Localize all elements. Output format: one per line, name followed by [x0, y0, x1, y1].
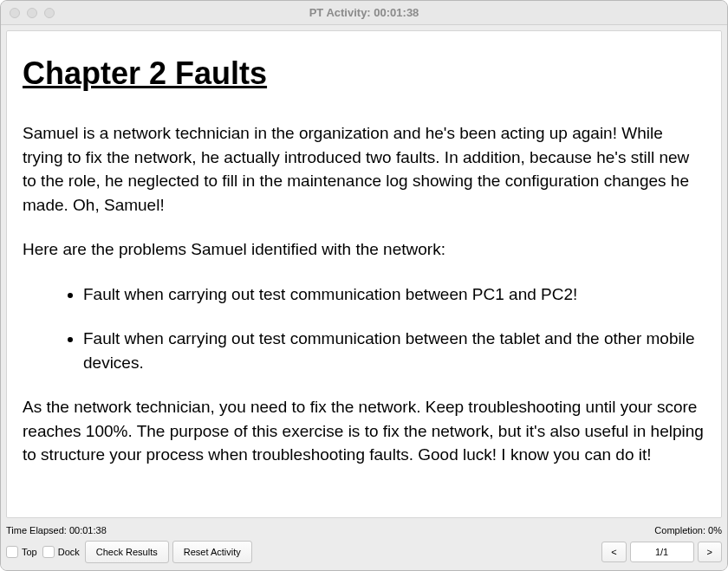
completion-label: Completion: 0%: [654, 525, 722, 535]
fault-item: Fault when carrying out test communicati…: [83, 327, 705, 374]
top-checkbox-label: Top: [22, 547, 37, 557]
prev-page-button[interactable]: <: [601, 542, 626, 562]
zoom-icon[interactable]: [44, 8, 55, 18]
top-checkbox[interactable]: [6, 546, 18, 558]
close-icon[interactable]: [10, 8, 20, 18]
titlebar: PT Activity: 00:01:38: [1, 1, 727, 25]
fault-item: Fault when carrying out test communicati…: [83, 282, 705, 307]
page-number-input[interactable]: [630, 542, 694, 562]
content-area: Chapter 2 Faults Samuel is a network tec…: [6, 30, 722, 518]
minimize-icon[interactable]: [27, 8, 37, 18]
time-elapsed-label: Time Elapsed: 00:01:38: [6, 525, 107, 535]
traffic-lights: [10, 8, 55, 18]
app-window: PT Activity: 00:01:38 Chapter 2 Faults S…: [0, 0, 728, 571]
instructions-paragraph: As the network technician, you need to f…: [23, 395, 705, 467]
intro-paragraph-1: Samuel is a network technician in the or…: [23, 121, 705, 217]
intro-paragraph-2: Here are the problems Samuel identified …: [23, 237, 705, 262]
reset-activity-button[interactable]: Reset Activity: [172, 541, 252, 563]
bottom-toolbar: Top Dock Check Results Reset Activity < …: [1, 537, 727, 570]
dock-checkbox[interactable]: [42, 546, 55, 558]
dock-checkbox-label: Dock: [58, 547, 80, 557]
page-heading: Chapter 2 Faults: [23, 55, 705, 92]
next-page-button[interactable]: >: [698, 542, 722, 562]
window-title: PT Activity: 00:01:38: [1, 6, 727, 19]
status-bar: Time Elapsed: 00:01:38 Completion: 0%: [1, 523, 727, 537]
check-results-button[interactable]: Check Results: [85, 541, 169, 563]
fault-list: Fault when carrying out test communicati…: [23, 282, 705, 375]
